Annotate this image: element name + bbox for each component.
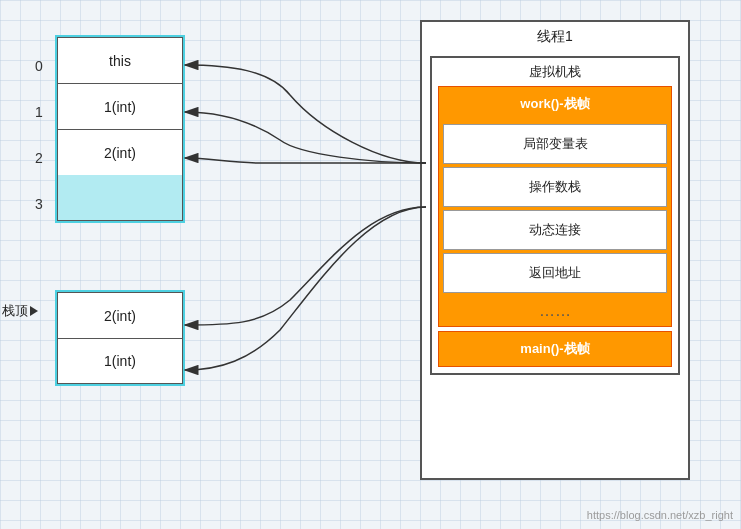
vm-stack-title: 虚拟机栈	[432, 58, 678, 86]
stack-top-label: 栈顶	[2, 302, 38, 320]
dynamic-link-cell: 动态连接	[443, 210, 667, 250]
operand-stack-cell: 操作数栈	[443, 167, 667, 207]
array-top-cell-2: 2(int)	[57, 129, 183, 175]
array-top-cell-0: this	[57, 37, 183, 83]
index-0: 0	[35, 58, 43, 74]
watermark: https://blog.csdn.net/xzb_right	[587, 509, 733, 521]
work-frame: work()-栈帧 局部变量表 操作数栈 动态连接 返回地址 ……	[438, 86, 672, 327]
dots-cell: ……	[439, 296, 671, 326]
return-addr-cell: 返回地址	[443, 253, 667, 293]
array-top-cell-1: 1(int)	[57, 83, 183, 129]
thread-box: 线程1 虚拟机栈 work()-栈帧 局部变量表 操作数栈 动态连接 返回地址 …	[420, 20, 690, 480]
array-top: this 1(int) 2(int)	[55, 35, 185, 223]
arrow-right-icon	[30, 306, 38, 316]
local-vars-cell: 局部变量表	[443, 124, 667, 164]
index-1: 1	[35, 104, 43, 120]
array-bottom: 2(int) 1(int)	[55, 290, 185, 386]
diagram: 0 1 2 3 this 1(int) 2(int) 栈顶 2(int) 1(i…	[0, 0, 741, 529]
array-top-empty	[57, 175, 183, 221]
index-3: 3	[35, 196, 43, 212]
thread-title: 线程1	[422, 22, 688, 52]
array-bottom-cell-0: 2(int)	[57, 292, 183, 338]
index-2: 2	[35, 150, 43, 166]
main-frame-title: main()-栈帧	[439, 332, 671, 366]
main-frame: main()-栈帧	[438, 331, 672, 367]
work-frame-title: work()-栈帧	[439, 87, 671, 121]
array-bottom-cell-1: 1(int)	[57, 338, 183, 384]
vm-stack: 虚拟机栈 work()-栈帧 局部变量表 操作数栈 动态连接 返回地址 …… m…	[430, 56, 680, 375]
